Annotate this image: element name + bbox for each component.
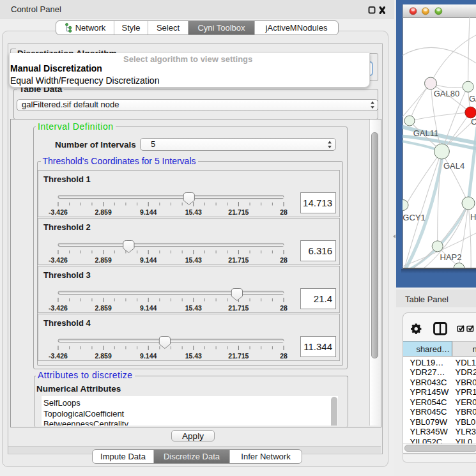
svg-text:-3.426: -3.426 [49, 256, 68, 264]
svg-text:2.859: 2.859 [95, 304, 111, 312]
svg-text:9.144: 9.144 [140, 208, 157, 216]
svg-text:GAL80: GAL80 [434, 89, 459, 98]
svg-text:15.43: 15.43 [185, 256, 202, 264]
svg-text:21.715: 21.715 [228, 208, 249, 216]
svg-text:9.144: 9.144 [140, 304, 157, 312]
svg-text:21.715: 21.715 [228, 256, 249, 264]
svg-text:21.715: 21.715 [228, 304, 249, 312]
svg-text:GCY1: GCY1 [403, 213, 425, 222]
svg-text:C: C [471, 117, 476, 127]
svg-text:9.144: 9.144 [140, 352, 157, 360]
svg-text:15.43: 15.43 [185, 304, 202, 312]
svg-text:HAP2: HAP2 [440, 252, 462, 262]
svg-text:2.859: 2.859 [95, 208, 111, 216]
svg-text:GAL11: GAL11 [413, 128, 439, 138]
svg-text:28: 28 [280, 208, 288, 216]
svg-text:GAL4: GAL4 [443, 161, 464, 171]
svg-text:GA: GA [469, 94, 476, 104]
svg-text:28: 28 [280, 352, 288, 360]
svg-text:-3.426: -3.426 [49, 208, 68, 216]
svg-text:H: H [470, 212, 476, 222]
svg-text:15.43: 15.43 [185, 208, 202, 216]
svg-text:28: 28 [280, 256, 288, 264]
svg-text:2.859: 2.859 [95, 352, 111, 360]
svg-text:21.715: 21.715 [228, 352, 249, 360]
svg-text:-3.426: -3.426 [49, 304, 68, 312]
svg-text:2.859: 2.859 [95, 256, 111, 264]
svg-text:28: 28 [280, 304, 288, 312]
svg-text:-3.426: -3.426 [49, 352, 68, 360]
svg-text:9.144: 9.144 [140, 256, 157, 264]
svg-text:15.43: 15.43 [185, 352, 202, 360]
